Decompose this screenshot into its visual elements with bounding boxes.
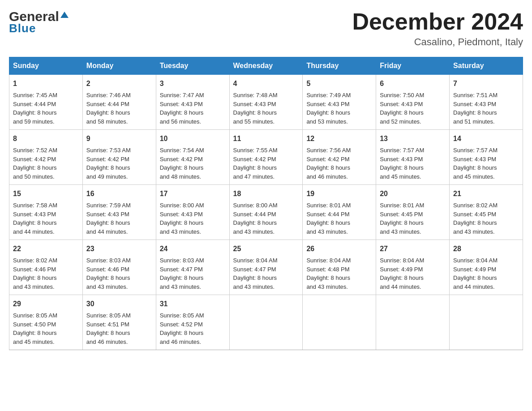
sunset-text: Sunset: 4:43 PM: [160, 211, 203, 218]
sunset-text: Sunset: 4:43 PM: [380, 156, 423, 163]
logo-triangle-icon: [60, 12, 69, 18]
table-row: 26 Sunrise: 8:04 AM Sunset: 4:48 PM Dayl…: [303, 240, 376, 295]
sunrise-text: Sunrise: 8:02 AM: [13, 257, 57, 264]
daylight-text: Daylight: 8 hours: [306, 274, 350, 281]
sunset-text: Sunset: 4:47 PM: [160, 266, 203, 273]
sunset-text: Sunset: 4:50 PM: [13, 321, 56, 328]
daylight-minutes-text: and 43 minutes.: [453, 228, 495, 235]
day-number: 13: [380, 133, 446, 144]
daylight-minutes-text: and 49 minutes.: [86, 173, 128, 180]
table-row: 14 Sunrise: 7:57 AM Sunset: 4:43 PM Dayl…: [450, 130, 523, 185]
sunset-text: Sunset: 4:52 PM: [160, 321, 203, 328]
daylight-minutes-text: and 53 minutes.: [306, 118, 348, 125]
day-number: 12: [306, 133, 372, 144]
daylight-minutes-text: and 43 minutes.: [306, 228, 348, 235]
daylight-minutes-text: and 43 minutes.: [233, 228, 275, 235]
daylight-text: Daylight: 8 hours: [13, 330, 57, 336]
table-row: 30 Sunrise: 8:05 AM Sunset: 4:51 PM Dayl…: [82, 295, 156, 350]
daylight-minutes-text: and 46 minutes.: [160, 338, 202, 345]
day-number: 19: [306, 188, 372, 199]
table-row: 22 Sunrise: 8:02 AM Sunset: 4:46 PM Dayl…: [9, 240, 83, 295]
day-number: 5: [306, 78, 372, 89]
day-number: 23: [86, 244, 152, 254]
daylight-text: Daylight: 8 hours: [233, 219, 277, 226]
daylight-text: Daylight: 8 hours: [306, 219, 350, 226]
daylight-minutes-text: and 43 minutes.: [380, 228, 421, 235]
table-row: 29 Sunrise: 8:05 AM Sunset: 4:50 PM Dayl…: [9, 295, 83, 350]
daylight-minutes-text: and 43 minutes.: [306, 283, 348, 290]
sunset-text: Sunset: 4:42 PM: [233, 156, 276, 163]
sunset-text: Sunset: 4:43 PM: [233, 101, 276, 107]
daylight-text: Daylight: 8 hours: [306, 109, 350, 116]
daylight-minutes-text: and 43 minutes.: [160, 228, 202, 235]
daylight-text: Daylight: 8 hours: [160, 274, 204, 281]
sunset-text: Sunset: 4:43 PM: [453, 156, 496, 163]
table-row: 21 Sunrise: 8:02 AM Sunset: 4:45 PM Dayl…: [450, 185, 523, 240]
daylight-minutes-text: and 45 minutes.: [13, 338, 55, 345]
sunset-text: Sunset: 4:43 PM: [306, 101, 349, 107]
sunrise-text: Sunrise: 7:48 AM: [233, 92, 278, 98]
sunset-text: Sunset: 4:43 PM: [13, 211, 56, 218]
daylight-text: Daylight: 8 hours: [160, 164, 204, 171]
day-number: 31: [160, 299, 226, 309]
sunrise-text: Sunrise: 8:05 AM: [160, 312, 204, 319]
sunrise-text: Sunrise: 7:52 AM: [13, 147, 57, 154]
calendar-week-row: 15 Sunrise: 7:58 AM Sunset: 4:43 PM Dayl…: [9, 185, 523, 240]
month-year-title: December 2024: [352, 9, 523, 34]
sunrise-text: Sunrise: 8:00 AM: [233, 202, 278, 209]
sunset-text: Sunset: 4:44 PM: [86, 101, 129, 107]
table-row: 11 Sunrise: 7:55 AM Sunset: 4:42 PM Dayl…: [229, 130, 303, 185]
daylight-text: Daylight: 8 hours: [453, 109, 497, 116]
sunrise-text: Sunrise: 7:50 AM: [380, 92, 424, 98]
sunrise-text: Sunrise: 7:55 AM: [233, 147, 278, 154]
day-number: 20: [380, 188, 446, 199]
day-number: 16: [86, 188, 152, 199]
logo: General Blue: [9, 9, 69, 35]
sunrise-text: Sunrise: 7:51 AM: [453, 92, 498, 98]
sunset-text: Sunset: 4:42 PM: [160, 156, 203, 163]
sunrise-text: Sunrise: 8:03 AM: [160, 257, 204, 264]
sunset-text: Sunset: 4:49 PM: [453, 266, 496, 273]
table-row: 15 Sunrise: 7:58 AM Sunset: 4:43 PM Dayl…: [9, 185, 83, 240]
table-row: 5 Sunrise: 7:49 AM Sunset: 4:43 PM Dayli…: [303, 75, 376, 130]
daylight-minutes-text: and 44 minutes.: [380, 283, 421, 290]
calendar-week-row: 8 Sunrise: 7:52 AM Sunset: 4:42 PM Dayli…: [9, 130, 523, 185]
sunset-text: Sunset: 4:46 PM: [13, 266, 56, 273]
col-wednesday: Wednesday: [229, 57, 303, 75]
col-friday: Friday: [376, 57, 450, 75]
daylight-minutes-text: and 50 minutes.: [13, 173, 55, 180]
daylight-minutes-text: and 43 minutes.: [13, 283, 55, 290]
day-number: 9: [86, 133, 152, 144]
table-row: [303, 295, 376, 350]
day-number: 22: [13, 244, 79, 254]
sunrise-text: Sunrise: 8:05 AM: [13, 312, 57, 319]
location-subtitle: Casalino, Piedmont, Italy: [352, 36, 523, 48]
daylight-minutes-text: and 55 minutes.: [233, 118, 275, 125]
title-block: December 2024 Casalino, Piedmont, Italy: [352, 9, 523, 48]
day-number: 10: [160, 133, 226, 144]
daylight-text: Daylight: 8 hours: [380, 164, 424, 171]
daylight-minutes-text: and 47 minutes.: [233, 173, 275, 180]
calendar-week-row: 1 Sunrise: 7:45 AM Sunset: 4:44 PM Dayli…: [9, 75, 523, 130]
day-number: 2: [86, 78, 152, 89]
sunset-text: Sunset: 4:51 PM: [86, 321, 129, 328]
page-header: General Blue December 2024 Casalino, Pie…: [9, 9, 523, 48]
day-number: 8: [13, 133, 79, 144]
daylight-minutes-text: and 46 minutes.: [306, 173, 348, 180]
daylight-text: Daylight: 8 hours: [380, 219, 424, 226]
daylight-minutes-text: and 43 minutes.: [233, 283, 275, 290]
daylight-minutes-text: and 44 minutes.: [86, 228, 128, 235]
table-row: 12 Sunrise: 7:56 AM Sunset: 4:42 PM Dayl…: [303, 130, 376, 185]
daylight-minutes-text: and 58 minutes.: [86, 118, 128, 125]
sunrise-text: Sunrise: 8:04 AM: [233, 257, 278, 264]
calendar-table: Sunday Monday Tuesday Wednesday Thursday…: [9, 57, 523, 350]
sunrise-text: Sunrise: 7:46 AM: [86, 92, 131, 98]
table-row: 17 Sunrise: 8:00 AM Sunset: 4:43 PM Dayl…: [156, 185, 229, 240]
day-number: 14: [453, 133, 519, 144]
col-sunday: Sunday: [9, 57, 83, 75]
col-thursday: Thursday: [303, 57, 376, 75]
sunset-text: Sunset: 4:47 PM: [233, 266, 276, 273]
daylight-text: Daylight: 8 hours: [453, 274, 497, 281]
daylight-minutes-text: and 43 minutes.: [160, 283, 202, 290]
daylight-text: Daylight: 8 hours: [86, 274, 130, 281]
